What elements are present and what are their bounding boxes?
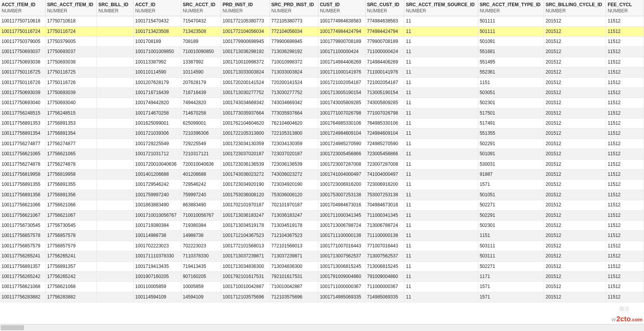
cell[interactable]: 11512 (606, 87, 644, 98)
cell[interactable]: 91887 (478, 170, 544, 180)
table-row[interactable]: 1001177568913541775689135410017210393067… (0, 129, 644, 139)
cell[interactable] (97, 67, 134, 77)
cell[interactable]: 14594109 (181, 292, 221, 302)
cell[interactable]: 1001792101617531 (221, 271, 270, 281)
cell[interactable]: 1001625099001 (134, 118, 181, 129)
cell[interactable]: 401206688 (181, 170, 221, 180)
cell[interactable]: 713423508 (181, 26, 221, 36)
cell[interactable]: 100117756891354 (0, 129, 45, 139)
cell[interactable]: 907160205 (181, 271, 221, 281)
cell[interactable]: 11512 (606, 139, 644, 149)
cell[interactable]: 713034519178 (270, 221, 318, 231)
cell[interactable]: 201512 (544, 98, 606, 108)
cell[interactable]: 11512 (606, 16, 644, 26)
cell[interactable]: 1001713034519178 (221, 221, 270, 231)
cell[interactable]: 1001723007287008 (318, 159, 365, 169)
cell[interactable]: 1001723006916200 (318, 180, 365, 190)
cell[interactable]: 1001863883490 (134, 200, 181, 210)
cell[interactable]: 1001713037239871 (221, 251, 270, 261)
cell[interactable]: 772101568013 (270, 241, 318, 251)
cell[interactable]: 1001712103575696 (221, 292, 270, 302)
cell[interactable]: 743036023272 (270, 170, 318, 180)
cell[interactable]: 1001774984638583 (318, 16, 365, 26)
cell[interactable]: 723034130359 (270, 139, 318, 149)
cell[interactable]: 713007562537 (365, 251, 404, 261)
cell[interactable]: 1001720010040636 (134, 159, 181, 169)
cell[interactable]: 11512 (606, 118, 644, 129)
table-row[interactable]: 1001177562838821775628388210011459410914… (0, 292, 644, 302)
cell[interactable]: 1001723005456866 (318, 149, 365, 159)
cell[interactable]: 11 (404, 282, 478, 292)
cell[interactable]: 714985069335 (365, 292, 404, 302)
cell[interactable] (97, 292, 134, 302)
cell[interactable]: 517491 (478, 118, 544, 129)
cell[interactable]: 11512 (606, 47, 644, 57)
cell[interactable]: 17750710618 (45, 16, 96, 26)
cell[interactable]: 100117756265241 (0, 251, 45, 261)
cell[interactable]: 100117750693040 (0, 98, 45, 108)
cell[interactable]: 201512 (544, 282, 606, 292)
table-row[interactable]: 1001177506930391775069303910017167164397… (0, 87, 644, 98)
cell[interactable]: 100117750116726 (0, 77, 45, 87)
table-row[interactable]: 1001177567305451775673054510017193803847… (0, 221, 644, 231)
horizontal-scrollbar[interactable] (0, 324, 644, 331)
cell[interactable]: 201512 (544, 190, 606, 200)
cell[interactable]: 551355 (478, 129, 544, 139)
cell[interactable]: 1001721002054187 (318, 77, 365, 87)
cell[interactable]: 1001401206688 (134, 170, 181, 180)
table-row[interactable]: 1001177562652411775626524110017111037833… (0, 251, 644, 261)
cell[interactable]: 207628179 (181, 77, 221, 87)
table-row[interactable]: 1001177568575791775685757910017022230237… (0, 241, 644, 251)
table-row[interactable]: 1001177506930401775069304010017494428207… (0, 98, 644, 108)
cell[interactable]: 17756819958 (45, 170, 96, 180)
cell[interactable]: 1001713006815245 (318, 261, 365, 271)
cell[interactable]: 723007287008 (365, 159, 404, 169)
cell[interactable]: 713005190154 (365, 87, 404, 98)
cell[interactable]: 501091 (478, 36, 544, 46)
cell[interactable]: 11 (404, 87, 478, 98)
cell[interactable]: 1001720200141524 (221, 77, 270, 87)
cell[interactable]: 772105380773 (270, 16, 318, 26)
cell[interactable]: 11512 (606, 200, 644, 210)
cell[interactable]: 774984424794 (365, 26, 404, 36)
cell[interactable]: 1001724984609104 (318, 129, 365, 139)
cell[interactable]: 713006788724 (365, 221, 404, 231)
cell[interactable]: 11512 (606, 98, 644, 108)
cell[interactable]: 100117756857578 (0, 231, 45, 241)
cell[interactable] (97, 36, 134, 46)
cell[interactable]: 711000141976 (365, 67, 404, 77)
cell[interactable]: 100117750693037 (0, 47, 45, 57)
cell[interactable]: 1001713030277752 (221, 87, 270, 98)
cell[interactable]: 201512 (544, 26, 606, 36)
cell[interactable]: 17750379005 (45, 36, 96, 46)
cell[interactable] (97, 210, 134, 220)
cell[interactable]: 729225549 (181, 139, 221, 149)
cell[interactable]: 721002054187 (365, 77, 404, 87)
cell[interactable]: 100117756265242 (0, 271, 45, 281)
cell[interactable]: 11512 (606, 26, 644, 36)
cell[interactable]: 1001711000000367 (318, 282, 365, 292)
cell[interactable]: 7210396306 (181, 129, 221, 139)
cell[interactable]: 100117750693039 (0, 87, 45, 98)
cell[interactable]: 774984638583 (365, 16, 404, 26)
cell[interactable]: 1001714985069335 (318, 292, 365, 302)
table-row[interactable]: 1001177568913561775689135610017599972407… (0, 190, 644, 200)
cell[interactable]: 11512 (606, 241, 644, 251)
cell[interactable]: 723036136539 (270, 159, 318, 169)
cell[interactable]: 1001711000341345 (318, 210, 365, 220)
cell[interactable]: 201512 (544, 180, 606, 190)
cell[interactable]: 201512 (544, 292, 606, 302)
table-row[interactable]: 1001177568913571775689135710017194134357… (0, 261, 644, 271)
cell[interactable]: 100117756819958 (0, 170, 45, 180)
cell[interactable]: 201512 (544, 118, 606, 129)
cell[interactable]: 1001771007026798 (318, 108, 365, 118)
cell[interactable]: 1001723037020187 (221, 149, 270, 159)
cell[interactable]: 1001721039306 (134, 129, 181, 139)
cell[interactable]: 714670258 (181, 108, 221, 118)
cell[interactable]: 201512 (544, 231, 606, 241)
column-header-src_cust_id[interactable]: SRC_CUST_IDNUMBER (365, 0, 404, 16)
cell[interactable]: 100117750116724 (0, 26, 45, 36)
cell[interactable]: 551681 (478, 47, 544, 57)
cell[interactable]: 11 (404, 129, 478, 139)
table-row[interactable]: 1001177507106181775071061810017154704327… (0, 16, 644, 26)
